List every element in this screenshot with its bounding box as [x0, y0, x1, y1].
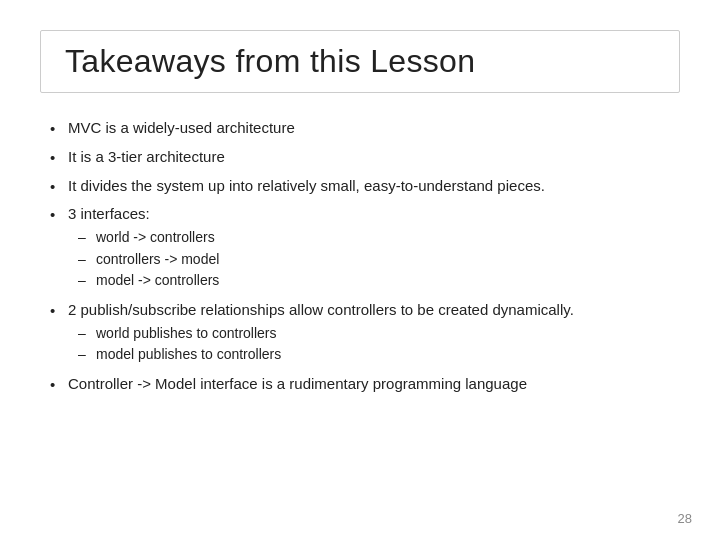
bullet-text: It is a 3-tier architecture: [68, 146, 680, 168]
sub-list-item: –world -> controllers: [78, 228, 680, 248]
bullet-text-content: It divides the system up into relatively…: [68, 177, 545, 194]
sub-item-text: world -> controllers: [96, 228, 680, 248]
bullet-text-content: 3 interfaces:: [68, 205, 150, 222]
slide-title: Takeaways from this Lesson: [65, 43, 475, 79]
list-item: •MVC is a widely-used architecture: [50, 117, 680, 140]
bullet-list: •MVC is a widely-used architecture•It is…: [40, 117, 680, 395]
bullet-text: 3 interfaces:–world -> controllers–contr…: [68, 203, 680, 293]
list-item: •Controller -> Model interface is a rudi…: [50, 373, 680, 396]
bullet-text: 2 publish/subscribe relationships allow …: [68, 299, 680, 367]
bullet-dot: •: [50, 176, 68, 198]
bullet-dot: •: [50, 118, 68, 140]
sub-item-text: model -> controllers: [96, 271, 680, 291]
title-box: Takeaways from this Lesson: [40, 30, 680, 93]
sub-dash: –: [78, 228, 96, 248]
sub-dash: –: [78, 345, 96, 365]
sub-list-item: –world publishes to controllers: [78, 324, 680, 344]
sub-list-item: –controllers -> model: [78, 250, 680, 270]
bullet-dot: •: [50, 204, 68, 226]
bullet-text-content: Controller -> Model interface is a rudim…: [68, 375, 527, 392]
page-number: 28: [678, 511, 692, 526]
list-item: •2 publish/subscribe relationships allow…: [50, 299, 680, 367]
bullet-text: MVC is a widely-used architecture: [68, 117, 680, 139]
bullet-dot: •: [50, 300, 68, 322]
sub-item-text: model publishes to controllers: [96, 345, 680, 365]
sub-dash: –: [78, 250, 96, 270]
bullet-text-content: It is a 3-tier architecture: [68, 148, 225, 165]
bullet-text-content: MVC is a widely-used architecture: [68, 119, 295, 136]
sub-list-item: –model -> controllers: [78, 271, 680, 291]
sub-dash: –: [78, 271, 96, 291]
sub-item-text: controllers -> model: [96, 250, 680, 270]
sub-list: –world publishes to controllers–model pu…: [78, 324, 680, 365]
sub-dash: –: [78, 324, 96, 344]
slide: Takeaways from this Lesson •MVC is a wid…: [0, 0, 720, 540]
sub-item-text: world publishes to controllers: [96, 324, 680, 344]
bullet-text: It divides the system up into relatively…: [68, 175, 680, 197]
bullet-text: Controller -> Model interface is a rudim…: [68, 373, 680, 395]
bullet-text-content: 2 publish/subscribe relationships allow …: [68, 301, 574, 318]
bullet-dot: •: [50, 147, 68, 169]
sub-list-item: –model publishes to controllers: [78, 345, 680, 365]
list-item: •3 interfaces:–world -> controllers–cont…: [50, 203, 680, 293]
sub-list: –world -> controllers–controllers -> mod…: [78, 228, 680, 291]
bullet-dot: •: [50, 374, 68, 396]
list-item: •It is a 3-tier architecture: [50, 146, 680, 169]
list-item: •It divides the system up into relativel…: [50, 175, 680, 198]
